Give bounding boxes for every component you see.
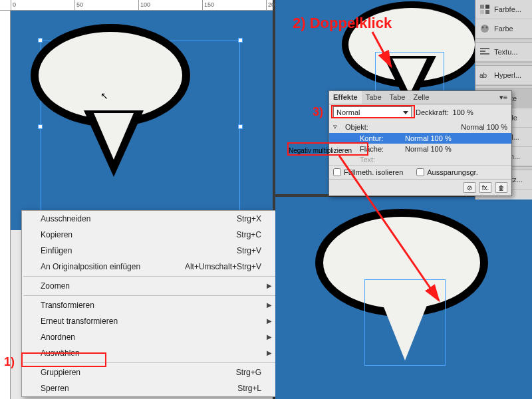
attr-row-text[interactable]: Text: [329,154,511,165]
menu-copy[interactable]: KopierenStrg+C [22,227,279,243]
text-wrap-icon [479,47,490,57]
resize-handle[interactable] [365,303,369,307]
dock-hyperlinks[interactable]: abHyperl... [475,66,532,85]
svg-point-6 [486,27,488,29]
svg-point-4 [481,25,489,33]
ruler-tick: 100 [140,1,150,8]
menu-lock[interactable]: SperrenStrg+L [22,380,279,396]
resize-handle[interactable] [38,38,43,43]
tab-zelle[interactable]: Zelle [409,91,433,104]
svg-rect-9 [480,53,489,55]
ruler-tick: 150 [204,1,214,8]
opacity-label: Deckkraft: [416,108,449,116]
menu-zoom[interactable]: Zoomen▶ [22,278,279,294]
tab-tabell[interactable]: Tabe [386,91,410,104]
menu-transform[interactable]: Transformieren▶ [22,297,279,313]
ruler-vertical [0,11,11,399]
canvas-left[interactable]: ↖ [11,11,273,230]
resize-handle[interactable] [376,75,380,79]
ruler-tick: 0 [13,1,16,8]
tab-tabelle[interactable]: Tabe [362,91,386,104]
link-icon: ab [479,70,490,80]
selection-box[interactable] [364,279,446,366]
blend-mode-dropdown[interactable]: Normal [333,106,412,118]
group-mode-value: Normal 100 % [461,123,507,131]
canvas-right-bottom[interactable] [275,197,532,399]
menu-paste-in-place[interactable]: An Originalposition einfügenAlt+Umschalt… [22,259,279,275]
svg-rect-8 [480,51,485,52]
panel-menu-icon[interactable]: ▾≡ [495,91,511,104]
menu-arrange[interactable]: Anordnen▶ [22,329,279,345]
isolate-blend-checkbox[interactable] [333,168,341,176]
blend-option-label: Negativ multiplizieren [289,147,352,154]
target-label: Objekt: [345,123,368,131]
palette-icon [479,23,490,34]
svg-point-5 [482,27,484,29]
blend-mode-value: Normal [336,108,360,116]
tab-effekte[interactable]: Effekte [329,91,362,104]
svg-text:ab: ab [479,72,487,79]
svg-rect-1 [485,5,489,9]
svg-rect-7 [480,48,489,49]
knockout-label: Aussparungsgr. [427,168,477,176]
swatches-icon [479,4,490,15]
resize-handle[interactable] [38,124,43,129]
chevron-down-icon [403,111,408,114]
clear-effects-button[interactable]: ⊘ [464,182,475,193]
menu-paste[interactable]: EinfügenStrg+V [22,243,279,259]
dock-textum[interactable]: Textu... [475,43,532,62]
menu-group[interactable]: GruppierenStrg+G [22,364,279,380]
speech-bubble-tail[interactable] [84,110,144,177]
effects-panel-tabs: Effekte Tabe Tabe Zelle ▾≡ [329,91,511,104]
svg-rect-2 [480,10,484,14]
svg-rect-0 [480,5,484,9]
opacity-value: 100 % [453,108,473,116]
isolate-blend-label: Füllmeth. isolieren [344,168,403,176]
cursor-icon: ↖ [100,90,108,101]
dock-farbe[interactable]: Farbe [475,19,532,39]
dock-farbfelder[interactable]: Farbfe... [475,0,532,19]
resize-handle[interactable] [238,124,243,129]
svg-rect-3 [485,10,489,14]
menu-select[interactable]: Auswählen▶ [22,345,279,361]
fx-button[interactable]: fx. [479,182,491,193]
ruler-horizontal: 0 50 100 150 200 [0,0,273,11]
attr-row-kontur[interactable]: Kontur: Normal 100 % [329,133,511,144]
ruler-tick: 50 [76,1,83,8]
resize-handle[interactable] [238,38,243,43]
trash-button[interactable]: 🗑 [495,182,507,193]
left-canvas-panel: 0 50 100 150 200 ↖ AusschneidenStrg+X Ko… [0,0,273,399]
menu-retransform[interactable]: Erneut transformieren▶ [22,313,279,329]
context-menu: AusschneidenStrg+X KopierenStrg+C Einfüg… [21,210,279,397]
blend-mode-option-multiply[interactable]: Negativ multiplizieren [289,144,366,156]
knockout-checkbox[interactable] [416,168,424,176]
menu-cut[interactable]: AusschneidenStrg+X [22,211,279,227]
